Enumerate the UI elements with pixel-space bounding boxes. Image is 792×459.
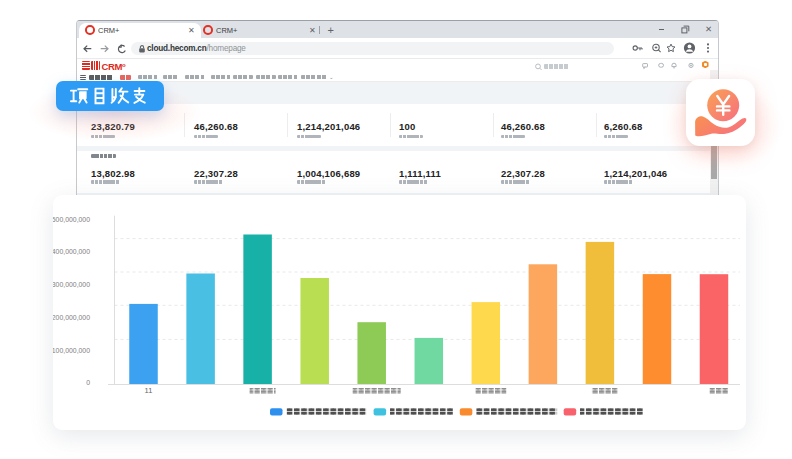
svg-text:300,000,000: 300,000,000 <box>53 282 90 289</box>
svg-text:500,000,000: 500,000,000 <box>53 216 90 223</box>
svg-text:100,000,000: 100,000,000 <box>53 347 90 354</box>
svg-text:0: 0 <box>86 379 90 386</box>
svg-text:11: 11 <box>145 386 153 395</box>
svg-text:400,000,000: 400,000,000 <box>53 249 90 256</box>
svg-text:200,000,000: 200,000,000 <box>53 315 90 322</box>
